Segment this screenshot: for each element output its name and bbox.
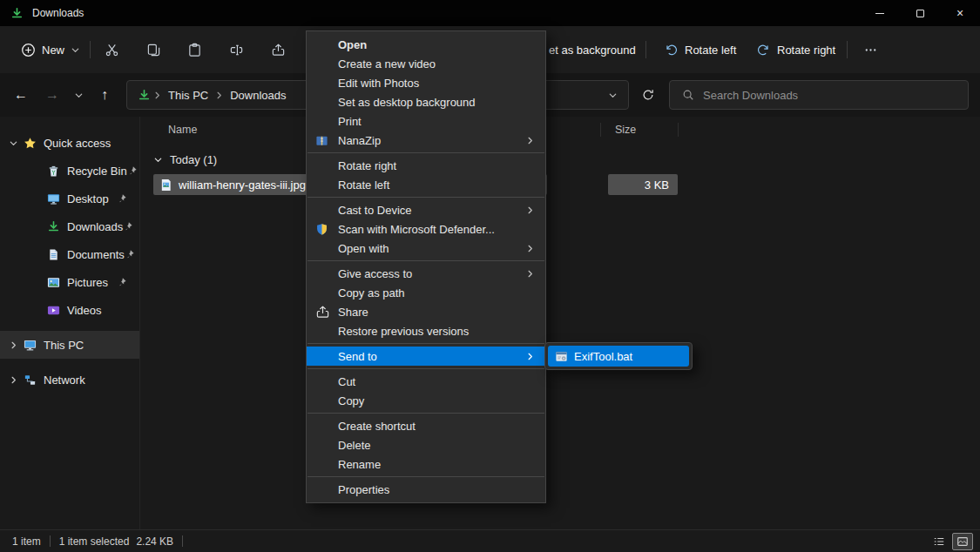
menu-item-create-shortcut[interactable]: Create shortcut [307, 416, 545, 435]
titlebar: Downloads × [0, 0, 980, 26]
downloads-icon [47, 220, 60, 233]
expander-right-icon[interactable] [7, 375, 20, 385]
sidebar-item-network[interactable]: Network [0, 366, 139, 394]
menu-item-rotate-right[interactable]: Rotate right [307, 156, 545, 175]
search-icon [682, 89, 694, 101]
paste-button[interactable] [178, 35, 211, 64]
menu-item-restore-previous-versions[interactable]: Restore previous versions [307, 321, 545, 340]
sidebar-item-quick-access[interactable]: Quick access [0, 129, 139, 157]
menu-item-label: Print [338, 115, 362, 128]
file-explorer-window: Downloads × New et as background Rotate … [0, 0, 980, 552]
menu-item-cut[interactable]: Cut [307, 372, 545, 391]
status-divider [50, 535, 51, 547]
sidebar-item-label: Videos [67, 304, 102, 317]
sidebar-item-recycle-bin[interactable]: Recycle Bin [0, 157, 139, 185]
window-title: Downloads [32, 7, 84, 19]
context-menu: OpenCreate a new videoEdit with PhotosSe… [306, 30, 546, 503]
menu-item-edit-with-photos[interactable]: Edit with Photos [307, 73, 545, 92]
sidebar-item-desktop[interactable]: Desktop [0, 185, 139, 212]
window-controls: × [860, 0, 980, 26]
cut-button[interactable] [95, 35, 128, 64]
menu-item-label: Properties [338, 483, 389, 496]
file-row[interactable]: william-henry-gates-iii.jpg3 KB [140, 174, 980, 195]
desktop-icon [47, 192, 60, 205]
menu-item-rotate-left[interactable]: Rotate left [307, 175, 545, 194]
forward-button[interactable]: → [38, 81, 66, 109]
rotate-left-button[interactable]: Rotate left [655, 35, 745, 64]
sidebar-item-this-pc[interactable]: This PC [0, 331, 139, 359]
up-button[interactable]: ↑ [91, 81, 118, 109]
new-button[interactable]: New [12, 35, 89, 64]
nanazip-icon [315, 134, 328, 147]
this-pc-icon [24, 339, 37, 352]
menu-item-create-a-new-video[interactable]: Create a new video [307, 54, 545, 73]
menu-separator [308, 343, 544, 344]
column-divider[interactable] [678, 123, 679, 137]
set-as-background-button[interactable]: et as background [549, 26, 636, 73]
star-icon [24, 137, 37, 150]
minimize-button[interactable] [860, 0, 900, 26]
menu-item-properties[interactable]: Properties [307, 480, 545, 499]
submenu-arrow-icon [525, 269, 535, 279]
menu-item-copy[interactable]: Copy [307, 391, 545, 410]
recent-locations-button[interactable] [68, 81, 89, 109]
column-header-size[interactable]: Size [615, 117, 636, 143]
menu-item-open[interactable]: Open [307, 35, 545, 54]
column-header-name[interactable]: Name [168, 117, 197, 143]
menu-item-delete[interactable]: Delete [307, 435, 545, 454]
share-icon [271, 43, 286, 57]
thumbnails-view-button[interactable] [952, 533, 973, 550]
pin-icon [127, 165, 138, 176]
menu-item-label: Rename [338, 458, 381, 471]
rotate-right-icon [756, 43, 771, 57]
menu-item-nanazip[interactable]: NanaZip [307, 131, 545, 150]
submenu-item-exiftool-bat[interactable]: ExifTool.bat [548, 346, 689, 367]
menu-item-cast-to-device[interactable]: Cast to Device [307, 200, 545, 219]
menu-separator [308, 197, 544, 198]
copy-button[interactable] [137, 35, 170, 64]
sidebar-item-label: Desktop [67, 192, 109, 205]
maximize-button[interactable] [900, 0, 940, 26]
menu-item-send-to[interactable]: Send to [307, 347, 545, 366]
pictures-icon [47, 276, 60, 289]
submenu-arrow-icon [525, 352, 535, 361]
refresh-button[interactable] [634, 81, 662, 109]
batch-file-icon [555, 350, 568, 363]
rename-button[interactable] [220, 35, 253, 64]
videos-icon [47, 304, 60, 317]
share-button[interactable] [261, 35, 294, 64]
menu-item-copy-as-path[interactable]: Copy as path [307, 283, 545, 302]
column-divider[interactable] [600, 123, 601, 137]
menu-item-label: NanaZip [338, 134, 381, 147]
breadcrumb-downloads[interactable]: Downloads [226, 89, 290, 102]
share-icon [315, 305, 330, 320]
sidebar-item-label: Recycle Bin [67, 165, 127, 178]
breadcrumb-this-pc[interactable]: This PC [164, 89, 213, 102]
menu-item-give-access-to[interactable]: Give access to [307, 264, 545, 283]
group-header-label: Today (1) [170, 153, 217, 166]
new-button-label: New [42, 44, 64, 57]
group-header-today[interactable]: Today (1) [153, 150, 217, 169]
details-view-button[interactable] [929, 533, 950, 550]
menu-item-label: Cast to Device [338, 204, 412, 217]
see-more-button[interactable] [854, 35, 887, 64]
sidebar-item-documents[interactable]: Documents [0, 240, 139, 268]
group-collapse-icon[interactable] [153, 155, 163, 165]
menu-item-scan-with-microsoft-defender[interactable]: Scan with Microsoft Defender... [307, 219, 545, 239]
search-input[interactable] [703, 89, 968, 102]
sidebar-item-label: Downloads [67, 220, 123, 233]
back-button[interactable]: ← [7, 81, 35, 109]
menu-item-set-as-desktop-background[interactable]: Set as desktop background [307, 92, 545, 111]
address-dropdown-icon[interactable] [608, 91, 618, 100]
sidebar-item-downloads[interactable]: Downloads [0, 212, 139, 240]
sidebar-item-pictures[interactable]: Pictures [0, 268, 139, 296]
expander-down-icon[interactable] [7, 138, 20, 148]
sidebar-item-videos[interactable]: Videos [0, 296, 139, 324]
menu-item-print[interactable]: Print [307, 111, 545, 131]
menu-item-share[interactable]: Share [307, 302, 545, 321]
close-button[interactable]: × [940, 0, 980, 26]
rotate-right-button[interactable]: Rotate right [747, 35, 844, 64]
menu-item-open-with[interactable]: Open with [307, 239, 545, 258]
menu-item-rename[interactable]: Rename [307, 454, 545, 474]
expander-right-icon[interactable] [7, 340, 20, 350]
